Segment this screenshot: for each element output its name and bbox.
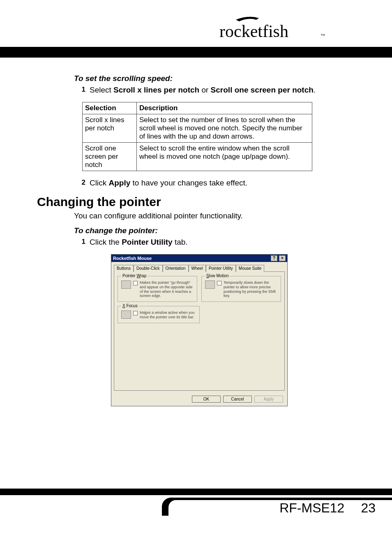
th-description: Description xyxy=(136,102,312,114)
body-text: You can configure additional pointer fun… xyxy=(74,211,355,220)
mouse-properties-dialog: Rocketfish Mouse ? × Buttons Double-Clic… xyxy=(111,254,288,406)
table-header-row: Selection Description xyxy=(83,102,312,114)
slow-motion-checkbox[interactable] xyxy=(217,281,221,285)
svg-point-0 xyxy=(255,18,257,20)
help-button[interactable]: ? xyxy=(271,255,277,261)
step-2-scroll: 2 Click Apply to have your changes take … xyxy=(74,178,355,188)
step-1-pointer: 1 Click the Pointer Utility tab. xyxy=(74,238,355,247)
td-description: Select to scroll the entire window when … xyxy=(136,143,312,171)
step-bold: Pointer Utility xyxy=(122,238,173,246)
svg-text:™: ™ xyxy=(321,33,325,38)
step-text-post: tab. xyxy=(173,238,188,246)
close-button[interactable]: × xyxy=(279,255,286,261)
tab-pointer-utility[interactable]: Pointer Utility xyxy=(206,265,236,272)
pointer-wrap-checkbox[interactable] xyxy=(133,281,138,285)
rocketfish-logo: rocketfish ™ xyxy=(219,12,343,41)
group-legend: Slow Motion xyxy=(205,273,230,278)
footer-bar xyxy=(0,489,392,495)
legend-u: S xyxy=(206,273,209,278)
group-legend: X Focus xyxy=(121,303,139,308)
option-row: Makes the pointer "go through" and appea… xyxy=(121,280,194,298)
tab-buttons[interactable]: Buttons xyxy=(114,265,134,272)
titlebar-buttons: ? × xyxy=(270,255,286,261)
brand-logo-area: rocketfish ™ xyxy=(0,0,392,47)
legend-post: Focus xyxy=(125,303,138,308)
legend-pre: Pointer xyxy=(122,273,136,278)
th-selection: Selection xyxy=(83,102,137,114)
td-selection: Scroll x lines per notch xyxy=(83,114,137,143)
step-text-pre: Click xyxy=(90,178,108,187)
x-focus-icon xyxy=(121,310,131,319)
page-number: 23 xyxy=(361,500,376,516)
heading-changing-pointer: Changing the pointer xyxy=(37,195,355,209)
td-description: Select to set the number of lines to scr… xyxy=(136,114,312,143)
option-row: Makes a window active when you move the … xyxy=(121,310,196,320)
svg-text:rocketfish: rocketfish xyxy=(219,22,288,41)
pointer-wrap-icon xyxy=(121,280,131,289)
tab-mouse-suite[interactable]: Mouse Suite xyxy=(236,265,265,272)
apply-button[interactable]: Apply xyxy=(254,396,283,403)
model-number: RF-MSE12 xyxy=(279,500,344,516)
option-description: Makes a window active when you move the … xyxy=(140,310,196,320)
subheading-scroll-speed: To set the scrolling speed: xyxy=(74,74,355,83)
dialog-title: Rocketfish Mouse xyxy=(113,256,152,261)
step-text-mid: or xyxy=(199,86,210,94)
ok-button[interactable]: OK xyxy=(192,396,221,403)
step-text: Select Scroll x lines per notch or Scrol… xyxy=(90,86,316,95)
option-description: Temporarily slows down the pointer to al… xyxy=(224,280,277,298)
step-1-scroll: 1 Select Scroll x lines per notch or Scr… xyxy=(74,86,355,95)
header-black-bar xyxy=(0,47,392,58)
tab-strip: Buttons Double-Click Orientation Wheel P… xyxy=(111,262,287,271)
legend-post: low Motion xyxy=(209,273,229,278)
subheading-change-pointer: To change the pointer: xyxy=(74,226,355,235)
option-description: Makes the pointer "go through" and appea… xyxy=(140,280,194,298)
step-text-pre: Click the xyxy=(90,238,122,246)
step-bold-2: Scroll one screen per notch xyxy=(211,86,314,94)
step-text-pre: Select xyxy=(90,86,113,94)
tab-orientation[interactable]: Orientation xyxy=(163,265,189,272)
table-row: Scroll one screen per notch Select to sc… xyxy=(83,143,312,171)
legend-post: rap xyxy=(141,273,146,278)
legend-u: W xyxy=(136,273,140,278)
group-slow-motion: Slow Motion Temporarily slows down the p… xyxy=(201,276,281,302)
scroll-options-table: Selection Description Scroll x lines per… xyxy=(82,102,312,171)
text-post: es a window active when you move the poi… xyxy=(140,310,195,319)
page-footer: RF-MSE12 23 xyxy=(0,489,392,524)
step-number: 2 xyxy=(74,178,85,187)
step-text: Click the Pointer Utility tab. xyxy=(90,238,188,247)
step-text-post: . xyxy=(314,86,316,94)
group-x-focus: X Focus Makes a window active when you m… xyxy=(118,306,200,323)
cancel-button[interactable]: Cancel xyxy=(223,396,252,403)
step-text: Click Apply to have your changes take ef… xyxy=(90,178,247,188)
footer-pill: RF-MSE12 23 xyxy=(162,498,392,516)
legend-u: X xyxy=(122,303,125,308)
tab-double-click[interactable]: Double-Click xyxy=(134,265,163,272)
step-bold-1: Scroll x lines per notch xyxy=(113,86,199,94)
x-focus-checkbox[interactable] xyxy=(133,311,138,315)
step-number: 1 xyxy=(74,86,85,94)
td-selection: Scroll one screen per notch xyxy=(83,143,137,171)
group-legend: Pointer Wrap xyxy=(121,273,148,278)
dialog-titlebar: Rocketfish Mouse ? × xyxy=(111,255,287,262)
dialog-screenshot: Rocketfish Mouse ? × Buttons Double-Clic… xyxy=(111,254,355,406)
text-pre: Ma xyxy=(140,310,145,315)
slow-motion-icon xyxy=(205,280,215,289)
dialog-button-row: OK Cancel Apply xyxy=(111,393,287,406)
table-row: Scroll x lines per notch Select to set t… xyxy=(83,114,312,143)
step-bold: Apply xyxy=(108,178,130,187)
option-row: Temporarily slows down the pointer to al… xyxy=(205,280,277,298)
step-text-post: to have your changes take effect. xyxy=(130,178,247,187)
tab-panel: Pointer Wrap Makes the pointer "go throu… xyxy=(114,271,285,391)
step-number: 1 xyxy=(74,238,85,246)
tab-wheel[interactable]: Wheel xyxy=(189,265,206,272)
group-pointer-wrap: Pointer Wrap Makes the pointer "go throu… xyxy=(118,276,197,302)
